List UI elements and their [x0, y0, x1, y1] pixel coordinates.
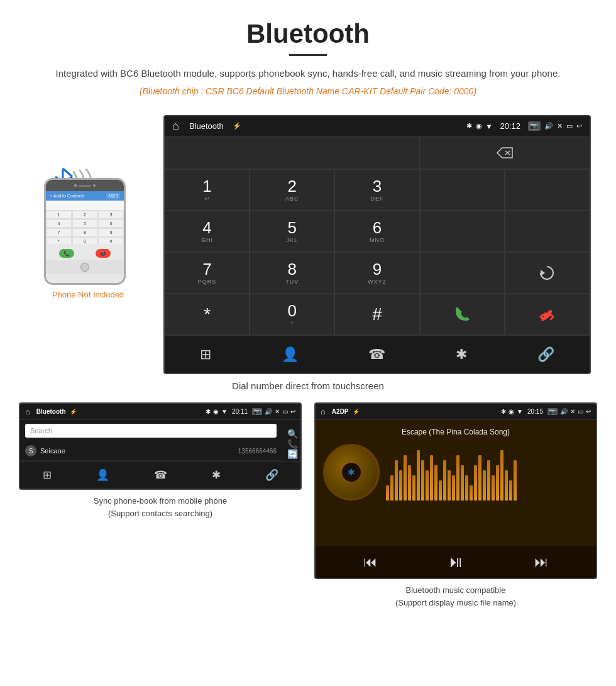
phone-not-included-label: Phone Not Included — [52, 290, 124, 299]
search-box[interactable]: Search — [25, 424, 277, 438]
back-icon[interactable]: ↩ — [576, 122, 582, 130]
search-side-icon[interactable]: 🔍 — [287, 429, 298, 439]
music-time: 20:15 — [527, 408, 543, 415]
prev-button[interactable]: ⏮ — [363, 554, 377, 570]
bottom-nav-bar: ⊞ 👤 ☎ ✱ 🔗 — [165, 335, 590, 373]
music-controls: ⏮ ⏯ ⏭ — [316, 546, 596, 578]
phonebook-section: ⌂ Bluetooth ⚡ ✱ ◉ ▼ 20:11 📷 🔊 ✕ ▭ ↩ — [19, 402, 302, 609]
song-title: Escape (The Pina Colada Song) — [402, 428, 510, 436]
pb-bt-icon: ✱ — [206, 408, 211, 415]
dial-key-8[interactable]: 8TUV — [250, 252, 334, 294]
refresh-side-icon[interactable]: 🔄 — [287, 449, 298, 459]
status-right: ✱ ◉ ▼ 20:12 📷 🔊 ✕ ▭ ↩ — [466, 121, 582, 131]
dial-key-star[interactable]: * — [165, 294, 250, 335]
pb-nav-link[interactable]: 🔗 — [265, 468, 278, 482]
nav-contacts-icon[interactable]: 👤 — [282, 346, 299, 363]
music-screen: ⌂ A2DP ⚡ ✱ ◉ ▼ 20:15 📷 🔊 ✕ ▭ ↩ E — [314, 402, 597, 579]
status-title: Bluetooth — [189, 121, 224, 131]
music-signal-icon: ▼ — [517, 408, 523, 415]
close-icon[interactable]: ✕ — [557, 122, 563, 130]
volume-icon[interactable]: 🔊 — [544, 122, 553, 130]
nav-grid-icon[interactable]: ⊞ — [200, 346, 211, 363]
camera-icon[interactable]: 📷 — [528, 121, 541, 131]
phone-container: + Add to Contacts M23 123 456 789 *0# — [25, 115, 151, 299]
redial-button[interactable] — [505, 252, 590, 294]
window-icon[interactable]: ▭ — [566, 122, 573, 130]
next-button[interactable]: ⏭ — [534, 554, 548, 570]
pb-signal-icon: ▼ — [221, 408, 228, 415]
page-title: Bluetooth — [38, 19, 578, 49]
phone-bottom-bar — [46, 260, 124, 274]
android-screen: ⌂ Bluetooth ⚡ ✱ ◉ ▼ 20:12 📷 🔊 ✕ ▭ ↩ — [163, 115, 591, 374]
music-section: ⌂ A2DP ⚡ ✱ ◉ ▼ 20:15 📷 🔊 ✕ ▭ ↩ E — [314, 402, 597, 609]
music-win-icon[interactable]: ▭ — [578, 408, 583, 415]
phone-side-icon[interactable]: 📞 — [287, 439, 298, 449]
bluetooth-status-icon: ✱ — [466, 122, 472, 130]
pb-nav-contacts[interactable]: 👤 — [96, 468, 109, 482]
phone-call-buttons: 📞 📵 — [46, 246, 124, 260]
pb-close-icon[interactable]: ✕ — [275, 408, 280, 415]
dial-key-2[interactable]: 2ABC — [250, 169, 334, 211]
pb-win-icon[interactable]: ▭ — [282, 408, 288, 415]
location-icon: ◉ — [476, 122, 482, 130]
pb-camera-icon[interactable]: 📷 — [252, 408, 262, 415]
phonebook-content: Search S Seicane 13566664466 🔍 📞 🔄 — [20, 424, 300, 461]
pb-nav-phone[interactable]: ☎ — [154, 468, 167, 482]
phonebook-caption: Sync phone-book from mobile phone (Suppo… — [94, 495, 227, 519]
header-description: Integrated with BC6 Bluetooth module, su… — [38, 66, 578, 81]
header-specs: (Bluetooth chip : CSR BC6 Default Blueto… — [38, 86, 578, 96]
nav-link-icon[interactable]: 🔗 — [537, 346, 554, 363]
pb-vol-icon[interactable]: 🔊 — [265, 408, 272, 415]
music-close-icon[interactable]: ✕ — [570, 408, 575, 415]
music-loc-icon: ◉ — [509, 408, 514, 415]
music-caption: Bluetooth music compatible (Support disp… — [395, 584, 516, 609]
pb-home-icon[interactable]: ⌂ — [25, 407, 30, 416]
pb-nav-grid[interactable]: ⊞ — [43, 468, 52, 482]
phone-keypad: 123 456 789 *0# — [46, 211, 124, 245]
contact-letter: S — [25, 445, 36, 456]
pb-usb-icon: ⚡ — [70, 409, 77, 415]
title-divider — [289, 54, 327, 56]
clock: 20:12 — [500, 121, 520, 131]
dial-key-1[interactable]: 1↩ — [165, 169, 250, 211]
call-button[interactable] — [420, 294, 505, 335]
pb-loc-icon: ◉ — [213, 408, 219, 415]
dial-key-4[interactable]: 4GHI — [165, 211, 250, 252]
svg-line-9 — [551, 317, 553, 319]
phone-dial-display — [46, 201, 124, 211]
phonebook-status-bar: ⌂ Bluetooth ⚡ ✱ ◉ ▼ 20:11 📷 🔊 ✕ ▭ ↩ — [20, 404, 300, 420]
end-call-button[interactable] — [505, 294, 590, 335]
music-back-icon[interactable]: ↩ — [586, 408, 591, 415]
pb-back-icon[interactable]: ↩ — [290, 408, 295, 415]
music-vol-icon[interactable]: 🔊 — [560, 408, 568, 415]
dial-key-3[interactable]: 3DEF — [334, 169, 419, 211]
home-icon[interactable]: ⌂ — [172, 119, 179, 133]
music-status-bar: ⌂ A2DP ⚡ ✱ ◉ ▼ 20:15 📷 🔊 ✕ ▭ ↩ — [316, 404, 596, 420]
svg-marker-7 — [541, 270, 545, 276]
nav-phone-icon[interactable]: ☎ — [368, 346, 385, 363]
dial-key-9[interactable]: 9WXYZ — [334, 252, 419, 294]
album-art: ✱ — [323, 444, 380, 501]
music-home-icon[interactable]: ⌂ — [321, 407, 326, 416]
contact-name[interactable]: Seicane — [40, 447, 238, 455]
album-inner: ✱ — [342, 463, 361, 482]
backspace-button[interactable] — [420, 136, 590, 169]
dial-key-6[interactable]: 6MNO — [334, 211, 419, 252]
dial-key-0[interactable]: 0+ — [250, 294, 334, 335]
phone-illustration: + Add to Contacts M23 123 456 789 *0# — [31, 153, 145, 285]
dial-input[interactable] — [165, 136, 420, 169]
play-pause-button[interactable]: ⏯ — [448, 552, 464, 572]
dial-key-7[interactable]: 7PQRS — [165, 252, 250, 294]
music-visualizer — [386, 444, 588, 501]
pb-time: 20:11 — [232, 408, 248, 415]
side-icons: 🔍 📞 🔄 — [287, 424, 298, 461]
dial-key-5[interactable]: 5JKL — [250, 211, 334, 252]
music-camera-icon[interactable]: 📷 — [547, 408, 558, 415]
contact-row: S Seicane 13566664466 — [20, 441, 282, 461]
phone-screen-header: + Add to Contacts M23 — [46, 191, 124, 201]
main-section: + Add to Contacts M23 123 456 789 *0# — [0, 115, 616, 374]
music-usb-icon: ⚡ — [353, 409, 360, 415]
nav-bluetooth-icon[interactable]: ✱ — [456, 346, 467, 363]
dial-key-hash[interactable]: # — [334, 294, 419, 335]
pb-nav-bluetooth[interactable]: ✱ — [212, 468, 221, 482]
